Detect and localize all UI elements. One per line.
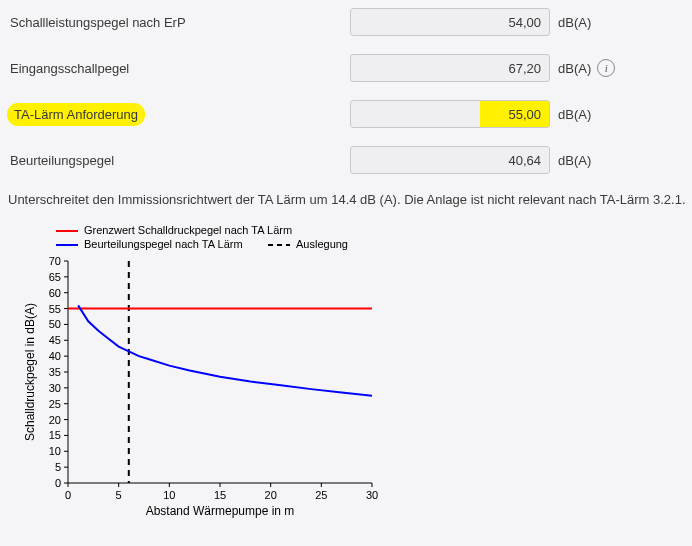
unit-talarm: dB(A)	[558, 107, 591, 122]
svg-text:Abstand Wärmepumpe in m: Abstand Wärmepumpe in m	[146, 504, 295, 518]
svg-text:55: 55	[49, 303, 61, 315]
unit-schallleistung: dB(A)	[558, 15, 591, 30]
svg-text:Grenzwert Schalldruckpegel nac: Grenzwert Schalldruckpegel nach TA Lärm	[84, 224, 292, 236]
svg-text:60: 60	[49, 287, 61, 299]
unit-eingang: dB(A)	[558, 61, 591, 76]
svg-text:5: 5	[116, 489, 122, 501]
label-talarm: TA-Lärm Anforderung	[8, 107, 350, 122]
svg-text:25: 25	[315, 489, 327, 501]
svg-text:15: 15	[214, 489, 226, 501]
svg-text:0: 0	[65, 489, 71, 501]
input-eingang[interactable]	[350, 54, 550, 82]
svg-text:35: 35	[49, 366, 61, 378]
svg-text:15: 15	[49, 429, 61, 441]
result-text: Unterschreitet den Immissionsrichtwert d…	[8, 192, 686, 207]
svg-text:65: 65	[49, 271, 61, 283]
svg-text:30: 30	[366, 489, 378, 501]
input-talarm[interactable]	[350, 100, 550, 128]
svg-text:45: 45	[49, 334, 61, 346]
svg-text:50: 50	[49, 318, 61, 330]
unit-beurteilung: dB(A)	[558, 153, 591, 168]
svg-text:Schalldruckpegel in dB(A): Schalldruckpegel in dB(A)	[23, 303, 37, 441]
input-beurteilung[interactable]	[350, 146, 550, 174]
svg-text:5: 5	[55, 461, 61, 473]
svg-text:10: 10	[163, 489, 175, 501]
svg-text:0: 0	[55, 477, 61, 489]
svg-text:Beurteilungspegel nach TA Lärm: Beurteilungspegel nach TA Lärm	[84, 238, 243, 250]
svg-text:70: 70	[49, 255, 61, 267]
label-schallleistung: Schallleistungspegel nach ErP	[8, 15, 350, 30]
info-icon[interactable]: i	[597, 59, 615, 77]
input-schallleistung[interactable]	[350, 8, 550, 36]
label-eingang: Eingangsschallpegel	[8, 61, 350, 76]
svg-text:30: 30	[49, 382, 61, 394]
svg-text:25: 25	[49, 398, 61, 410]
svg-text:20: 20	[49, 414, 61, 426]
label-beurteilung: Beurteilungspegel	[8, 153, 350, 168]
svg-text:40: 40	[49, 350, 61, 362]
chart: Grenzwert Schalldruckpegel nach TA LärmB…	[20, 219, 686, 519]
svg-text:10: 10	[49, 445, 61, 457]
svg-text:20: 20	[265, 489, 277, 501]
svg-text:Auslegung: Auslegung	[296, 238, 348, 250]
